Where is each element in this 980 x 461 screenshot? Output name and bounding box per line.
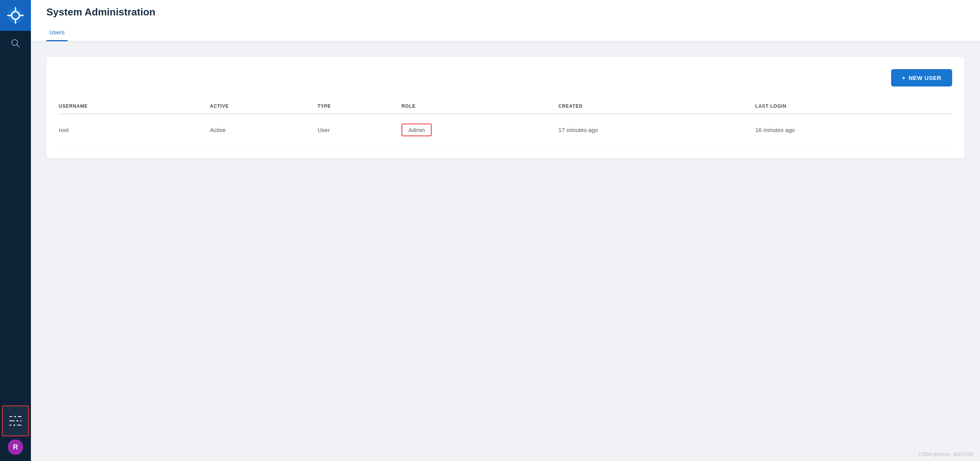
col-type: TYPE <box>318 99 402 114</box>
users-table: USERNAME ACTIVE TYPE ROLE CREATED LAST L… <box>59 99 952 146</box>
cell-type: User <box>318 114 402 146</box>
user-avatar[interactable]: R <box>8 439 23 455</box>
sidebar-logo <box>0 0 31 31</box>
tabs: Users <box>46 24 965 41</box>
content-area: + NEW USER USERNAME ACTIVE TYPE ROLE CRE… <box>31 41 980 461</box>
cell-last-login: 16 minutes ago <box>755 114 953 146</box>
tab-users[interactable]: Users <box>46 24 68 41</box>
page-header: System Administration Users <box>31 0 980 41</box>
new-user-button[interactable]: + NEW USER <box>891 69 952 86</box>
col-created: CREATED <box>558 99 755 114</box>
main-content: System Administration Users + NEW USER U… <box>31 0 980 461</box>
new-user-label: NEW USER <box>909 75 941 81</box>
cell-created: 17 minutes ago <box>558 114 755 146</box>
col-role: ROLE <box>402 99 558 114</box>
card-header: + NEW USER <box>59 69 952 86</box>
admin-settings-button[interactable] <box>2 405 29 436</box>
sidebar: R <box>0 0 31 461</box>
table-row[interactable]: root Active User Admin 17 minutes ago 16… <box>59 114 952 146</box>
sliders-icon <box>9 415 22 426</box>
plus-icon: + <box>902 75 905 81</box>
svg-line-7 <box>17 45 20 47</box>
page-title: System Administration <box>46 6 965 24</box>
col-username: USERNAME <box>59 99 210 114</box>
cell-active: Active <box>210 114 317 146</box>
cell-role: Admin <box>402 114 558 146</box>
search-button[interactable] <box>0 31 31 56</box>
table-header: USERNAME ACTIVE TYPE ROLE CREATED LAST L… <box>59 99 952 114</box>
users-card: + NEW USER USERNAME ACTIVE TYPE ROLE CRE… <box>46 57 965 158</box>
watermark: CSDN @weixin_44157851 <box>919 452 974 457</box>
col-active: ACTIVE <box>210 99 317 114</box>
col-last-login: LAST LOGIN <box>755 99 953 114</box>
cell-username: root <box>59 114 210 146</box>
role-badge: Admin <box>402 124 432 136</box>
table-body: root Active User Admin 17 minutes ago 16… <box>59 114 952 146</box>
